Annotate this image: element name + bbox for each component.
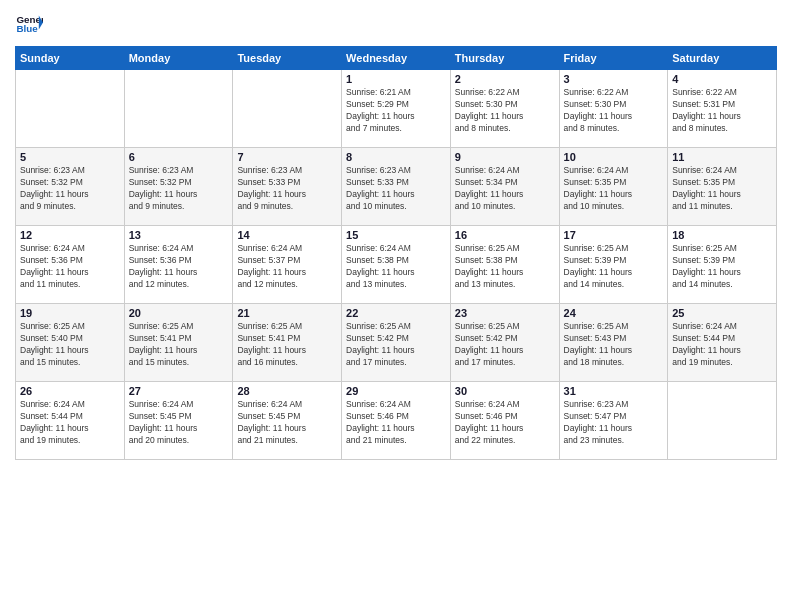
day-info: Sunrise: 6:25 AM Sunset: 5:43 PM Dayligh… <box>564 321 664 369</box>
day-number: 29 <box>346 385 446 397</box>
calendar-cell: 15Sunrise: 6:24 AM Sunset: 5:38 PM Dayli… <box>342 226 451 304</box>
calendar-cell: 9Sunrise: 6:24 AM Sunset: 5:34 PM Daylig… <box>450 148 559 226</box>
calendar-cell: 19Sunrise: 6:25 AM Sunset: 5:40 PM Dayli… <box>16 304 125 382</box>
week-row-4: 19Sunrise: 6:25 AM Sunset: 5:40 PM Dayli… <box>16 304 777 382</box>
week-row-1: 1Sunrise: 6:21 AM Sunset: 5:29 PM Daylig… <box>16 70 777 148</box>
day-number: 26 <box>20 385 120 397</box>
calendar-cell: 25Sunrise: 6:24 AM Sunset: 5:44 PM Dayli… <box>668 304 777 382</box>
day-info: Sunrise: 6:24 AM Sunset: 5:46 PM Dayligh… <box>455 399 555 447</box>
calendar-header: SundayMondayTuesdayWednesdayThursdayFrid… <box>16 47 777 70</box>
day-info: Sunrise: 6:24 AM Sunset: 5:34 PM Dayligh… <box>455 165 555 213</box>
day-number: 5 <box>20 151 120 163</box>
day-number: 12 <box>20 229 120 241</box>
calendar-cell: 6Sunrise: 6:23 AM Sunset: 5:32 PM Daylig… <box>124 148 233 226</box>
day-info: Sunrise: 6:25 AM Sunset: 5:42 PM Dayligh… <box>346 321 446 369</box>
day-number: 16 <box>455 229 555 241</box>
week-row-2: 5Sunrise: 6:23 AM Sunset: 5:32 PM Daylig… <box>16 148 777 226</box>
day-number: 30 <box>455 385 555 397</box>
calendar-cell: 3Sunrise: 6:22 AM Sunset: 5:30 PM Daylig… <box>559 70 668 148</box>
day-number: 23 <box>455 307 555 319</box>
calendar-cell: 12Sunrise: 6:24 AM Sunset: 5:36 PM Dayli… <box>16 226 125 304</box>
day-number: 4 <box>672 73 772 85</box>
day-info: Sunrise: 6:23 AM Sunset: 5:32 PM Dayligh… <box>20 165 120 213</box>
day-number: 31 <box>564 385 664 397</box>
day-info: Sunrise: 6:24 AM Sunset: 5:44 PM Dayligh… <box>672 321 772 369</box>
calendar-cell: 31Sunrise: 6:23 AM Sunset: 5:47 PM Dayli… <box>559 382 668 460</box>
day-number: 11 <box>672 151 772 163</box>
day-number: 28 <box>237 385 337 397</box>
weekday-header-friday: Friday <box>559 47 668 70</box>
calendar-cell <box>233 70 342 148</box>
weekday-row: SundayMondayTuesdayWednesdayThursdayFrid… <box>16 47 777 70</box>
day-number: 2 <box>455 73 555 85</box>
calendar-cell: 22Sunrise: 6:25 AM Sunset: 5:42 PM Dayli… <box>342 304 451 382</box>
day-number: 14 <box>237 229 337 241</box>
calendar-cell: 2Sunrise: 6:22 AM Sunset: 5:30 PM Daylig… <box>450 70 559 148</box>
day-number: 20 <box>129 307 229 319</box>
day-number: 19 <box>20 307 120 319</box>
calendar-cell <box>668 382 777 460</box>
day-info: Sunrise: 6:21 AM Sunset: 5:29 PM Dayligh… <box>346 87 446 135</box>
calendar-cell: 13Sunrise: 6:24 AM Sunset: 5:36 PM Dayli… <box>124 226 233 304</box>
day-number: 21 <box>237 307 337 319</box>
weekday-header-sunday: Sunday <box>16 47 125 70</box>
day-info: Sunrise: 6:24 AM Sunset: 5:37 PM Dayligh… <box>237 243 337 291</box>
day-info: Sunrise: 6:25 AM Sunset: 5:40 PM Dayligh… <box>20 321 120 369</box>
calendar-cell: 11Sunrise: 6:24 AM Sunset: 5:35 PM Dayli… <box>668 148 777 226</box>
svg-text:Blue: Blue <box>16 23 38 34</box>
day-number: 10 <box>564 151 664 163</box>
calendar-cell: 7Sunrise: 6:23 AM Sunset: 5:33 PM Daylig… <box>233 148 342 226</box>
day-info: Sunrise: 6:24 AM Sunset: 5:36 PM Dayligh… <box>20 243 120 291</box>
calendar-cell: 26Sunrise: 6:24 AM Sunset: 5:44 PM Dayli… <box>16 382 125 460</box>
day-info: Sunrise: 6:25 AM Sunset: 5:39 PM Dayligh… <box>564 243 664 291</box>
logo: General Blue <box>15 10 43 38</box>
day-number: 18 <box>672 229 772 241</box>
day-info: Sunrise: 6:24 AM Sunset: 5:45 PM Dayligh… <box>129 399 229 447</box>
calendar-cell: 5Sunrise: 6:23 AM Sunset: 5:32 PM Daylig… <box>16 148 125 226</box>
day-number: 27 <box>129 385 229 397</box>
day-info: Sunrise: 6:23 AM Sunset: 5:32 PM Dayligh… <box>129 165 229 213</box>
day-info: Sunrise: 6:24 AM Sunset: 5:38 PM Dayligh… <box>346 243 446 291</box>
day-info: Sunrise: 6:24 AM Sunset: 5:46 PM Dayligh… <box>346 399 446 447</box>
week-row-3: 12Sunrise: 6:24 AM Sunset: 5:36 PM Dayli… <box>16 226 777 304</box>
day-number: 15 <box>346 229 446 241</box>
day-info: Sunrise: 6:25 AM Sunset: 5:41 PM Dayligh… <box>129 321 229 369</box>
weekday-header-wednesday: Wednesday <box>342 47 451 70</box>
calendar-cell <box>16 70 125 148</box>
calendar-cell: 1Sunrise: 6:21 AM Sunset: 5:29 PM Daylig… <box>342 70 451 148</box>
calendar-cell: 10Sunrise: 6:24 AM Sunset: 5:35 PM Dayli… <box>559 148 668 226</box>
calendar-cell: 23Sunrise: 6:25 AM Sunset: 5:42 PM Dayli… <box>450 304 559 382</box>
day-info: Sunrise: 6:24 AM Sunset: 5:35 PM Dayligh… <box>564 165 664 213</box>
day-number: 1 <box>346 73 446 85</box>
day-number: 3 <box>564 73 664 85</box>
calendar-cell: 8Sunrise: 6:23 AM Sunset: 5:33 PM Daylig… <box>342 148 451 226</box>
day-number: 7 <box>237 151 337 163</box>
day-info: Sunrise: 6:23 AM Sunset: 5:33 PM Dayligh… <box>346 165 446 213</box>
day-number: 25 <box>672 307 772 319</box>
day-info: Sunrise: 6:22 AM Sunset: 5:30 PM Dayligh… <box>564 87 664 135</box>
weekday-header-monday: Monday <box>124 47 233 70</box>
day-info: Sunrise: 6:23 AM Sunset: 5:33 PM Dayligh… <box>237 165 337 213</box>
day-number: 13 <box>129 229 229 241</box>
day-info: Sunrise: 6:22 AM Sunset: 5:31 PM Dayligh… <box>672 87 772 135</box>
calendar-cell: 18Sunrise: 6:25 AM Sunset: 5:39 PM Dayli… <box>668 226 777 304</box>
calendar-cell: 27Sunrise: 6:24 AM Sunset: 5:45 PM Dayli… <box>124 382 233 460</box>
day-info: Sunrise: 6:22 AM Sunset: 5:30 PM Dayligh… <box>455 87 555 135</box>
day-number: 24 <box>564 307 664 319</box>
calendar-cell: 20Sunrise: 6:25 AM Sunset: 5:41 PM Dayli… <box>124 304 233 382</box>
calendar-body: 1Sunrise: 6:21 AM Sunset: 5:29 PM Daylig… <box>16 70 777 460</box>
day-number: 17 <box>564 229 664 241</box>
logo-icon: General Blue <box>15 10 43 38</box>
weekday-header-tuesday: Tuesday <box>233 47 342 70</box>
day-info: Sunrise: 6:24 AM Sunset: 5:44 PM Dayligh… <box>20 399 120 447</box>
day-number: 8 <box>346 151 446 163</box>
day-info: Sunrise: 6:24 AM Sunset: 5:36 PM Dayligh… <box>129 243 229 291</box>
day-info: Sunrise: 6:24 AM Sunset: 5:45 PM Dayligh… <box>237 399 337 447</box>
weekday-header-thursday: Thursday <box>450 47 559 70</box>
day-info: Sunrise: 6:25 AM Sunset: 5:39 PM Dayligh… <box>672 243 772 291</box>
week-row-5: 26Sunrise: 6:24 AM Sunset: 5:44 PM Dayli… <box>16 382 777 460</box>
day-info: Sunrise: 6:25 AM Sunset: 5:41 PM Dayligh… <box>237 321 337 369</box>
day-info: Sunrise: 6:24 AM Sunset: 5:35 PM Dayligh… <box>672 165 772 213</box>
calendar-cell: 24Sunrise: 6:25 AM Sunset: 5:43 PM Dayli… <box>559 304 668 382</box>
day-info: Sunrise: 6:25 AM Sunset: 5:38 PM Dayligh… <box>455 243 555 291</box>
